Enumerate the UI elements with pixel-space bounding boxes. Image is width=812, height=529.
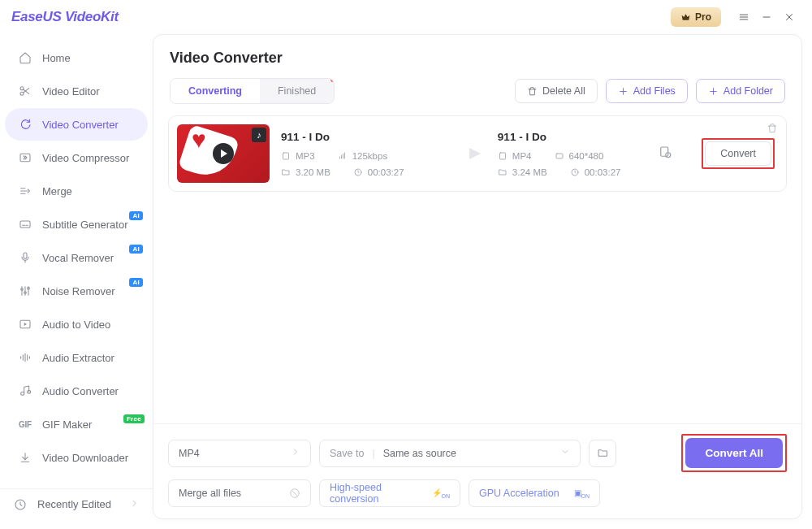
tabs: Converting Finished [170, 78, 335, 104]
add-files-button[interactable]: Add Files [606, 79, 688, 103]
notification-dot [330, 78, 335, 82]
convert-icon [18, 117, 32, 132]
trash-icon [527, 86, 538, 97]
minimize-button[interactable] [755, 6, 778, 28]
delete-all-button[interactable]: Delete All [515, 79, 598, 103]
sidebar-item-label: Video Compressor [42, 152, 129, 164]
menu-button[interactable] [732, 6, 755, 28]
sidebar-item-gif-maker[interactable]: GIFGIF MakerFree [5, 408, 148, 440]
convert-all-button[interactable]: Convert All [685, 438, 783, 468]
download-icon [18, 450, 32, 465]
music-icon [18, 384, 32, 398]
clock-icon [570, 167, 580, 177]
file-icon [281, 151, 291, 161]
svg-line-54 [292, 491, 298, 496]
clock-icon [353, 167, 363, 177]
target-resolution: 640*480 [555, 151, 604, 161]
sidebar-item-video-downloader[interactable]: Video Downloader [5, 441, 148, 474]
crown-icon [680, 12, 691, 23]
sidebar-item-audio-converter[interactable]: Audio Converter [5, 375, 148, 407]
scissors-icon [18, 84, 32, 98]
sidebar-item-label: Home [42, 52, 71, 64]
main-panel: Video Converter Converting Finished Dele… [153, 34, 802, 519]
pro-label: Pro [695, 11, 711, 23]
convert-all-highlight: Convert All [681, 434, 787, 472]
convert-button-highlight: Convert [702, 138, 775, 169]
svg-rect-49 [556, 154, 563, 158]
signal-icon [338, 151, 348, 161]
svg-rect-41 [283, 153, 289, 159]
source-bitrate: 125kbps [338, 151, 387, 161]
sidebar-item-label: Noise Remover [42, 285, 115, 297]
sidebar-item-label: Vocal Remover [42, 252, 114, 264]
resolution-icon [555, 151, 564, 161]
target-filename: 911 - I Do [498, 131, 646, 143]
ai-badge: AI [129, 245, 143, 254]
toggle-on-icon: ⚡ON [432, 488, 451, 499]
video-thumbnail[interactable]: ♪ [177, 124, 270, 183]
merge-icon [18, 184, 32, 198]
gpu-accel-toggle[interactable]: GPU Acceleration▣ON [469, 479, 600, 507]
svg-marker-47 [469, 148, 481, 159]
sidebar-item-label: Subtitle Generator [42, 219, 128, 231]
chevron-right-icon [129, 498, 140, 511]
sidebar-item-label: Audio to Video [42, 319, 110, 331]
svg-rect-48 [499, 153, 505, 159]
target-duration: 00:03:27 [570, 167, 621, 177]
high-speed-toggle[interactable]: High-speed conversion⚡ON [319, 479, 460, 507]
plus-icon [708, 86, 719, 97]
sidebar: Home Video Editor Video Converter Video … [0, 34, 153, 529]
toggle-off-icon [289, 488, 300, 499]
arrow-right-icon [464, 142, 486, 165]
sidebar-item-noise-remover[interactable]: Noise RemoverAI [5, 275, 148, 307]
add-folder-button[interactable]: Add Folder [696, 79, 785, 103]
close-button[interactable] [778, 6, 801, 28]
audio-video-icon [18, 317, 32, 332]
sidebar-item-vocal-remover[interactable]: Vocal RemoverAI [5, 241, 148, 274]
app-logo: EaseUS VideoKit [11, 9, 119, 25]
music-badge-icon: ♪ [252, 128, 266, 142]
sidebar-item-subtitle-generator[interactable]: Subtitle GeneratorAI [5, 208, 148, 241]
sidebar-item-video-editor[interactable]: Video Editor [5, 75, 148, 107]
sidebar-item-label: Audio Extractor [42, 352, 114, 364]
sidebar-item-merge[interactable]: Merge [5, 175, 148, 207]
delete-item-button[interactable] [767, 123, 778, 137]
tab-finished[interactable]: Finished [260, 79, 334, 103]
sidebar-item-label: Video Converter [42, 119, 119, 131]
pro-badge[interactable]: Pro [671, 7, 721, 27]
mic-icon [18, 250, 32, 265]
svg-rect-51 [661, 147, 668, 156]
play-icon [213, 143, 234, 164]
sidebar-item-audio-extractor[interactable]: Audio Extractor [5, 341, 148, 374]
svg-rect-17 [24, 253, 27, 258]
item-settings-button[interactable] [658, 145, 679, 163]
compress-icon [18, 150, 32, 165]
tab-converting[interactable]: Converting [171, 79, 260, 103]
sidebar-item-label: GIF Maker [42, 418, 92, 431]
target-format: MP4 [498, 151, 532, 161]
conversion-item: ♪ 911 - I Do MP3 125kbps 3.20 MB 00:03:2… [168, 115, 787, 192]
sidebar-item-label: Video Editor [42, 85, 100, 98]
sidebar-item-label: Audio Converter [42, 385, 119, 397]
svg-rect-14 [20, 221, 30, 228]
ai-badge: AI [129, 278, 143, 287]
source-duration: 00:03:27 [353, 167, 404, 177]
folder-icon [281, 167, 291, 177]
convert-button[interactable]: Convert [705, 141, 771, 166]
toggle-on-icon: ▣ON [574, 488, 590, 499]
sidebar-item-video-converter[interactable]: Video Converter [5, 108, 148, 141]
sidebar-recently-edited[interactable]: Recently Edited [0, 488, 153, 519]
sidebar-item-audio-to-video[interactable]: Audio to Video [5, 308, 148, 340]
sidebar-item-video-compressor[interactable]: Video Compressor [5, 141, 148, 174]
merge-all-toggle[interactable]: Merge all files [168, 479, 311, 507]
source-size: 3.20 MB [281, 167, 330, 177]
source-format: MP3 [281, 151, 315, 161]
subtitle-icon [18, 217, 32, 232]
target-size: 3.24 MB [498, 167, 547, 177]
gif-icon: GIF [18, 417, 32, 431]
clock-icon [13, 497, 28, 512]
footer-bar: MP4 Save to|Same as source Convert All M… [153, 423, 801, 518]
page-title: Video Converter [170, 50, 785, 67]
sidebar-item-home[interactable]: Home [5, 41, 148, 74]
audio-wave-icon [18, 350, 32, 365]
